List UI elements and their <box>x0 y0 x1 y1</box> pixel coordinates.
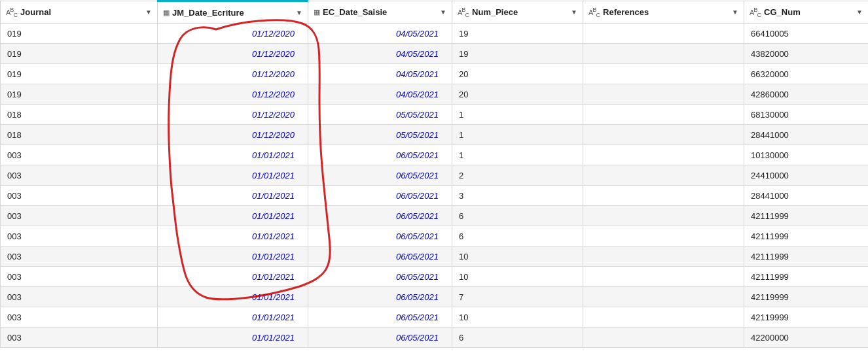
table-cell <box>583 246 744 267</box>
table-cell: 04/05/2021 <box>308 64 452 84</box>
table-cell: 6 <box>452 328 583 348</box>
header-row: ABC Journal ▼ ▦ JM_Date_Ecriture ▼ <box>1 1 869 24</box>
col-label-cg-num: CG_Num <box>764 7 801 17</box>
dropdown-icon-jm-date[interactable]: ▼ <box>296 9 302 16</box>
table-row: 01801/12/202005/05/2021128441000 <box>1 125 869 145</box>
col-header-jm-date[interactable]: ▦ JM_Date_Ecriture ▼ <box>158 1 308 24</box>
table-cell: 04/05/2021 <box>308 24 452 44</box>
table-cell: 01/12/2020 <box>158 44 308 64</box>
table-cell: 1 <box>452 105 583 125</box>
table-cell <box>583 287 744 307</box>
table-cell: 66410005 <box>744 24 869 44</box>
col-label-journal: Journal <box>20 7 51 17</box>
table-row: 01901/12/202004/05/20211943820000 <box>1 44 869 64</box>
table-cell: 003 <box>1 246 158 267</box>
table-cell: 01/12/2020 <box>158 105 308 125</box>
table-cell <box>583 84 744 105</box>
table-cell: 06/05/2021 <box>308 226 452 246</box>
table-row: 00301/01/202106/05/2021224410000 <box>1 165 869 186</box>
table-cell <box>583 145 744 165</box>
table-cell: 018 <box>1 105 158 125</box>
table-row: 00301/01/202106/05/2021642111999 <box>1 206 869 226</box>
table-cell: 01/01/2021 <box>158 145 308 165</box>
table-cell: 04/05/2021 <box>308 84 452 105</box>
table-cell <box>583 44 744 64</box>
table-cell: 42111999 <box>744 206 869 226</box>
dropdown-icon-ref[interactable]: ▼ <box>732 8 738 16</box>
abc-icon-ref: ABC <box>588 7 600 18</box>
table-row: 00301/01/202106/05/20211042111999 <box>1 246 869 267</box>
table-cell <box>583 206 744 226</box>
table-cell <box>583 24 744 44</box>
table-cell: 10 <box>452 307 583 328</box>
table-cell <box>583 64 744 84</box>
dropdown-icon-journal[interactable]: ▼ <box>145 8 152 16</box>
table-cell: 018 <box>1 125 158 145</box>
table-cell: 05/05/2021 <box>308 125 452 145</box>
table-cell: 6 <box>452 206 583 226</box>
table-body: 01901/12/202004/05/2021196641000501901/1… <box>1 24 869 348</box>
calendar-icon-jm-date: ▦ <box>163 8 169 17</box>
table-cell: 3 <box>452 186 583 206</box>
table-row: 00301/01/202106/05/2021110130000 <box>1 145 869 165</box>
table-cell: 66320000 <box>744 64 869 84</box>
table-cell: 20 <box>452 84 583 105</box>
col-header-num-piece[interactable]: ABC Num_Piece ▼ <box>452 1 583 24</box>
table-cell: 42111999 <box>744 246 869 267</box>
table-cell: 24410000 <box>744 165 869 186</box>
table-cell: 003 <box>1 186 158 206</box>
table-row: 00301/01/202106/05/2021642200000 <box>1 328 869 348</box>
table-cell: 68130000 <box>744 105 869 125</box>
table-cell: 01/01/2021 <box>158 165 308 186</box>
table-cell: 06/05/2021 <box>308 267 452 287</box>
table-cell: 42860000 <box>744 84 869 105</box>
table-cell: 01/12/2020 <box>158 125 308 145</box>
col-header-ec-date[interactable]: ▦ EC_Date_Saisie ▼ <box>308 1 452 24</box>
table-cell: 42111999 <box>744 267 869 287</box>
col-header-cg-num[interactable]: ABC CG_Num ▼ <box>744 1 869 24</box>
table-cell: 019 <box>1 44 158 64</box>
table-cell: 003 <box>1 165 158 186</box>
dropdown-icon-cg[interactable]: ▼ <box>856 8 863 16</box>
table-row: 00301/01/202106/05/20211042111999 <box>1 267 869 287</box>
abc-icon-num: ABC <box>458 7 469 18</box>
table-cell: 003 <box>1 206 158 226</box>
table-cell: 10 <box>452 246 583 267</box>
table-row: 00301/01/202106/05/2021742119999 <box>1 287 869 307</box>
col-header-references[interactable]: ABC References ▼ <box>583 1 744 24</box>
table-cell <box>583 186 744 206</box>
table-cell: 06/05/2021 <box>308 246 452 267</box>
table-row: 01901/12/202004/05/20211966410005 <box>1 24 869 44</box>
table-cell: 01/12/2020 <box>158 64 308 84</box>
table-cell: 01/01/2021 <box>158 287 308 307</box>
table-cell: 19 <box>452 24 583 44</box>
table-row: 01801/12/202005/05/2021168130000 <box>1 105 869 125</box>
col-label-jm-date: JM_Date_Ecriture <box>172 8 244 18</box>
dropdown-icon-ec-date[interactable]: ▼ <box>440 8 446 16</box>
table-cell: 10130000 <box>744 145 869 165</box>
table-wrapper: ABC Journal ▼ ▦ JM_Date_Ecriture ▼ <box>0 0 868 355</box>
col-label-num-piece: Num_Piece <box>472 7 518 17</box>
table-cell: 06/05/2021 <box>308 206 452 226</box>
table-cell: 06/05/2021 <box>308 307 452 328</box>
table-cell: 06/05/2021 <box>308 186 452 206</box>
table-cell: 1 <box>452 125 583 145</box>
table-row: 00301/01/202106/05/2021642111999 <box>1 226 869 246</box>
table-cell: 01/01/2021 <box>158 328 308 348</box>
table-cell: 7 <box>452 287 583 307</box>
table-cell: 28441000 <box>744 186 869 206</box>
table-cell <box>583 267 744 287</box>
dropdown-icon-num[interactable]: ▼ <box>571 8 577 16</box>
table-cell: 2 <box>452 165 583 186</box>
col-header-journal[interactable]: ABC Journal ▼ <box>1 1 158 24</box>
abc-icon-journal: ABC <box>6 7 17 18</box>
table-cell: 42119999 <box>744 307 869 328</box>
table-cell: 01/01/2021 <box>158 307 308 328</box>
table-cell: 42119999 <box>744 287 869 307</box>
table-cell: 28441000 <box>744 125 869 145</box>
table-row: 00301/01/202106/05/20211042119999 <box>1 307 869 328</box>
table-row: 00301/01/202106/05/2021328441000 <box>1 186 869 206</box>
table-cell: 06/05/2021 <box>308 165 452 186</box>
table-cell <box>583 307 744 328</box>
table-cell <box>583 165 744 186</box>
